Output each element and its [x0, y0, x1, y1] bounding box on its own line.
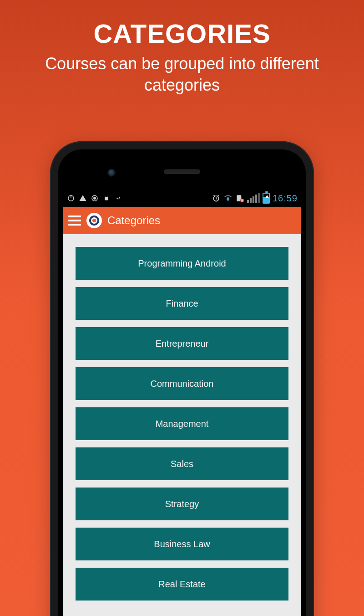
category-label: Real Estate: [158, 579, 205, 590]
category-label: Programming Android: [138, 258, 226, 269]
category-button[interactable]: Communication: [76, 367, 288, 400]
battery-icon: [263, 193, 270, 204]
category-button[interactable]: Management: [76, 407, 288, 440]
power-icon: [66, 194, 76, 203]
alarm-icon: [212, 194, 221, 203]
svg-point-6: [107, 196, 108, 197]
category-label: Management: [156, 419, 209, 429]
phone-camera: [108, 169, 115, 176]
category-label: Sales: [171, 459, 193, 469]
category-label: Strategy: [165, 499, 199, 509]
category-button[interactable]: Business Law: [76, 528, 288, 560]
wifi-icon: [223, 194, 233, 203]
menu-icon[interactable]: [68, 216, 81, 226]
svg-line-11: [217, 195, 219, 196]
category-list: Programming Android Finance Entrepreneur…: [63, 234, 301, 616]
promo-subtitle: Courses can be grouped into different ca…: [0, 49, 364, 96]
status-left: [66, 194, 123, 203]
sync-icon: [90, 194, 99, 203]
category-label: Entrepreneur: [156, 339, 209, 349]
status-bar: 16:59: [63, 190, 301, 207]
svg-point-3: [94, 197, 96, 200]
app-bar-title: Categories: [107, 214, 160, 227]
category-button[interactable]: Sales: [76, 447, 288, 480]
phone-speaker: [164, 169, 200, 174]
status-time: 16:59: [273, 193, 298, 204]
category-button[interactable]: Programming Android: [76, 247, 288, 280]
app-logo-icon[interactable]: [86, 213, 102, 228]
svg-line-9: [216, 199, 217, 200]
svg-rect-4: [105, 197, 108, 200]
phone-top: [63, 153, 301, 190]
category-label: Communication: [151, 379, 214, 389]
category-button[interactable]: Entrepreneur: [76, 327, 288, 360]
app-bar: Categories: [63, 207, 301, 234]
usb-icon: [114, 194, 123, 203]
category-label: Finance: [166, 298, 198, 309]
category-button[interactable]: Real Estate: [76, 568, 288, 601]
category-button[interactable]: Finance: [76, 287, 288, 320]
phone-frame: 16:59 Categories Programming Android Fin…: [50, 141, 314, 616]
sim-icon: [235, 194, 244, 203]
category-button[interactable]: Strategy: [76, 488, 288, 520]
phone-inner: 16:59 Categories Programming Android Fin…: [58, 149, 306, 616]
warning-icon: [78, 194, 87, 203]
android-icon: [102, 194, 111, 203]
screen: 16:59 Categories Programming Android Fin…: [63, 190, 301, 616]
promo-title: CATEGORIES: [0, 0, 364, 49]
svg-point-5: [105, 196, 106, 197]
status-right: 16:59: [212, 193, 298, 204]
signal-icon: [247, 194, 260, 203]
svg-line-10: [213, 195, 215, 196]
category-label: Business Law: [154, 539, 210, 549]
